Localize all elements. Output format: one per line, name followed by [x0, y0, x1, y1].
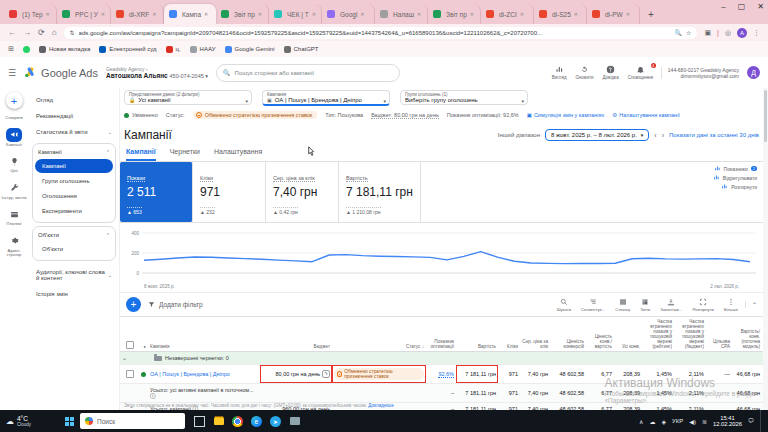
page-scrollbar[interactable]	[763, 88, 768, 410]
browser-avatar[interactable]: А	[737, 28, 747, 38]
weather-widget[interactable]: ☁ 4°CCloudy	[0, 415, 58, 427]
telegram-icon[interactable]: ➤	[269, 415, 282, 428]
taskbar-clock[interactable]: 15:41 12.02.2026	[713, 415, 742, 428]
profile-ring-icon[interactable]: ◎	[725, 29, 731, 37]
zoom-icon[interactable]: 🔍	[675, 29, 683, 36]
tab-налаштування[interactable]: Налаштування	[214, 148, 262, 161]
filter-dropdown-0[interactable]: Представлення даних (2 фільтри)🔒Усі камп…	[124, 90, 252, 105]
tab-close-icon[interactable]: ✕	[520, 11, 524, 17]
table-action-5[interactable]: Розгорнути	[692, 298, 714, 312]
bookmark-item[interactable]: Електронний суд	[99, 46, 156, 53]
browser-tab[interactable]: Звіт пр✕	[428, 4, 481, 24]
browser-tab[interactable]: PPC | У✕	[57, 4, 111, 24]
table-action-6[interactable]: Більше	[724, 298, 738, 312]
site-info-icon[interactable]: ⇅	[70, 29, 75, 36]
campaign-row[interactable]: ОА | Пошук | Брендова | Дніпро80,00 грн …	[120, 365, 763, 384]
browser-tab[interactable]: Кампа✕	[164, 4, 216, 24]
date-range-picker[interactable]: 8 жовт. 2025 р. – 8 лют. 2026 р.▾	[545, 129, 649, 141]
column-header-11[interactable]: Усі конв.	[614, 317, 642, 351]
tab-close-icon[interactable]: ✕	[417, 11, 421, 17]
mail-icon[interactable]	[288, 415, 301, 428]
browser-tab[interactable]: di-XRF✕	[111, 4, 164, 24]
back-icon[interactable]: ←	[8, 28, 16, 37]
rail-card[interactable]: Платежі	[6, 207, 22, 227]
table-action-3[interactable]: Звіти	[640, 298, 650, 312]
header-action-help[interactable]: Довідка	[602, 65, 618, 80]
column-header-4[interactable]: Статус ↓	[332, 317, 426, 351]
extensions-icon[interactable]: ▣	[704, 29, 711, 37]
tab-close-icon[interactable]: ✕	[152, 11, 156, 17]
taskbar-search-input[interactable]: Поиск	[80, 413, 185, 429]
nav-assets-title[interactable]: Об'єкти⌃	[35, 229, 113, 241]
campaign-settings-link[interactable]: ⚙Налаштування кампанії	[612, 112, 680, 118]
account-breadcrumb[interactable]: Geadskiy Agency › Автошкола Альянс 450-0…	[106, 66, 208, 79]
forward-icon[interactable]: →	[23, 28, 31, 37]
table-action-2[interactable]: Стовпці	[615, 298, 630, 312]
select-all-checkbox[interactable]	[126, 341, 134, 349]
column-header-0[interactable]	[120, 317, 136, 351]
show-desktop-button[interactable]	[760, 410, 764, 432]
bookmark-item[interactable]: НААУ	[190, 46, 216, 53]
scorecard-1[interactable]: Кліки971▲ 232	[193, 162, 266, 222]
column-header-14[interactable]: Цільова CPA	[706, 317, 732, 351]
range-prev-icon[interactable]: ‹	[654, 132, 656, 139]
rail-wrench[interactable]: Інстру- менти	[1, 181, 26, 201]
tray-expand-icon[interactable]: ∧	[639, 418, 643, 425]
nav-ads[interactable]: Оголошення	[35, 189, 113, 203]
home-icon[interactable]: ⌂	[52, 28, 57, 37]
campaign-name-link[interactable]: ОА | Пошук | Брендова | Дніпро	[150, 371, 230, 377]
browser-tab[interactable]: (1) Тер✕	[4, 4, 57, 24]
network-icon[interactable]: ≋	[702, 418, 707, 425]
nav-campaigns-title[interactable]: Кампанії⌃	[35, 146, 113, 158]
nav-audiences[interactable]: Аудиторії, ключові слова й контент⌄	[32, 264, 116, 286]
close-button[interactable]: ✕	[757, 2, 764, 11]
onedrive-icon[interactable]: ☁	[649, 418, 655, 425]
rail-bulb[interactable]: Цілі	[6, 154, 22, 174]
column-header-2[interactable]: Кампанія	[148, 317, 260, 351]
nav-campaigns[interactable]: Кампанії	[35, 159, 113, 173]
header-action-refresh[interactable]: Оновити	[576, 65, 594, 80]
action-center-icon[interactable]: 🗩	[748, 418, 754, 424]
collapse-toolbar-icon[interactable]: ⌃	[745, 301, 757, 308]
language-indicator[interactable]: УКР	[672, 418, 683, 424]
range-next-icon[interactable]: ›	[662, 132, 664, 139]
bookmark-item[interactable]: ChatGPT	[284, 46, 319, 53]
tab-кампанії[interactable]: Кампанії	[126, 148, 156, 161]
create-button[interactable]: +	[6, 92, 23, 109]
tab-close-icon[interactable]: ✕	[258, 11, 262, 17]
add-filter-button[interactable]: Додати фільтр	[148, 301, 203, 308]
minimize-button[interactable]: –	[721, 2, 725, 11]
column-header-13[interactable]: Частка втрачених показів у пошуковій мер…	[674, 317, 706, 351]
bookmark-item[interactable]: Google Gemini	[225, 46, 275, 53]
filter-dropdown-1[interactable]: Кампанія▣ОА | Пошук | Брендова | Дніпро▾	[262, 90, 390, 106]
nav-history[interactable]: Історія змін	[32, 286, 116, 302]
task-view-icon[interactable]	[193, 415, 206, 428]
tab-close-icon[interactable]: ✕	[46, 11, 50, 17]
tab-close-icon[interactable]: ✕	[574, 11, 578, 17]
tab-чернетки[interactable]: Чернетки	[170, 148, 200, 161]
scorecard-0[interactable]: Покази2 511▲ 653	[120, 162, 193, 222]
start-button[interactable]	[58, 417, 80, 426]
browser-tab[interactable]: Googl✕	[322, 4, 375, 24]
header-action-bell[interactable]: Сповіщення4	[628, 65, 653, 80]
table-action-0[interactable]: Шукати	[557, 298, 571, 312]
browser-tab[interactable]: di-PW✕	[587, 4, 640, 24]
column-header-5[interactable]: Показник оптимізації	[426, 317, 456, 351]
drafts-group-row[interactable]: ⌄Незавершені чернетки: 0	[120, 352, 763, 365]
apps-grid-icon[interactable]: ⊞	[8, 45, 14, 53]
simulate-link[interactable]: ▣Симуляція змін у кампаніях	[527, 112, 605, 118]
tab-close-icon[interactable]: ✕	[204, 11, 208, 17]
tab-close-icon[interactable]: ✕	[360, 11, 364, 17]
rail-megaphone[interactable]: Кампанії	[6, 128, 22, 148]
column-header-7[interactable]: Кліки	[498, 317, 520, 351]
bookmark-whatsapp[interactable]	[23, 46, 30, 53]
table-action-1[interactable]: Сегментув...	[581, 298, 605, 312]
side-action-1[interactable]: Відрегулювати	[713, 174, 757, 181]
row-checkbox[interactable]	[126, 370, 134, 378]
column-header-9[interactable]: Цінність конверсій	[550, 317, 586, 351]
browser-tab[interactable]: di-ZCI✕	[481, 4, 534, 24]
opt-score-link[interactable]: 92,6%	[438, 371, 454, 378]
bookmark-item[interactable]: Новая вкладка	[39, 46, 90, 53]
new-tab-button[interactable]: +	[644, 7, 658, 21]
campaign-budget[interactable]: Бюджет: 80,00 грн на день	[371, 112, 439, 119]
